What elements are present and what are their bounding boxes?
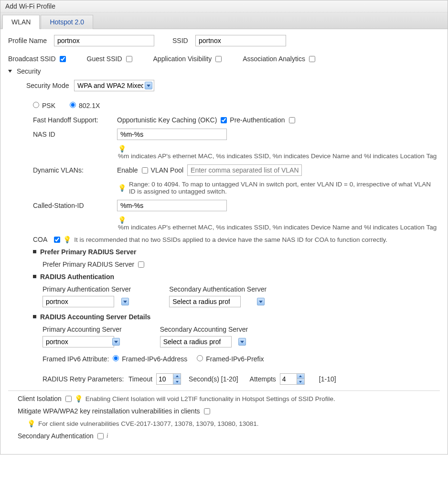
primary-acct-label: Primary Accounting Server (43, 325, 122, 333)
coa-checkbox[interactable] (54, 237, 60, 243)
secondary-acct-select[interactable]: Select a radius profile (160, 336, 232, 347)
square-bullet-icon (33, 250, 36, 253)
vlan-hint: Range: 0 to 4094. To map to untagged VLA… (129, 181, 435, 195)
wifi-profile-dialog: Add Wi-Fi Profile WLAN Hotspot 2.0 Profi… (0, 0, 448, 455)
timeout-input[interactable] (157, 374, 173, 384)
framed-prefix-wrap[interactable]: Framed-IPv6-Prefix (197, 355, 264, 363)
retry-label: RADIUS Retry Parameters: (43, 375, 125, 383)
coa-label: COA (33, 236, 47, 243)
ssid-label: SSID (172, 37, 192, 44)
framed-prefix-radio[interactable] (197, 355, 203, 361)
timeout-label: Timeout (128, 375, 152, 383)
bulb-icon: 💡 (63, 236, 71, 243)
assoc-analytics-label: Association Analytics (243, 55, 305, 63)
secondary-auth-select[interactable]: Select a radius profile (169, 296, 241, 307)
app-visibility-label: Application Visibility (153, 55, 212, 63)
security-mode-select[interactable]: WPA and WPA2 Mixed mode (74, 80, 154, 91)
spin-up-icon[interactable] (173, 374, 181, 379)
tab-hotspot[interactable]: Hotspot 2.0 (41, 15, 93, 29)
broadcast-ssid-checkbox[interactable] (60, 56, 66, 62)
okc-label: Opportunistic Key Caching (OKC) (117, 116, 217, 124)
timeout-hint: Second(s) [1-20] (189, 375, 238, 383)
okc-checkbox[interactable] (221, 117, 227, 123)
profile-name-input[interactable] (54, 35, 154, 46)
info-icon[interactable]: i (107, 432, 108, 440)
radius-acct-header: RADIUS Accounting Server Details (40, 313, 150, 321)
mitigate-hint: For client side vulnerabilities CVE-2017… (38, 420, 259, 427)
called-station-label: Called-Station-ID (33, 202, 113, 209)
ssid-input[interactable] (195, 35, 286, 46)
radius-auth-header: RADIUS Authentication (40, 273, 114, 281)
nas-id-label: NAS ID (33, 130, 113, 138)
secondary-auth-label: Secondary Authentication (18, 432, 94, 440)
client-isolation-hint: Enabling Client Isolation will void L2TI… (85, 395, 335, 402)
primary-acct-select[interactable]: portnox (43, 336, 114, 347)
square-bullet-icon (33, 315, 36, 318)
prefer-primary-header: Prefer Primary RADIUS Server (40, 248, 137, 256)
broadcast-ssid-label: Broadcast SSID (8, 55, 56, 63)
vlan-pool-input[interactable] (187, 164, 302, 176)
square-bullet-icon (33, 275, 36, 278)
bulb-icon: 💡 (118, 145, 126, 152)
assoc-analytics-checkbox[interactable] (309, 56, 315, 62)
fast-handoff-label: Fast Handoff Support: (33, 116, 113, 124)
spin-down-icon[interactable] (173, 379, 181, 384)
enable-label: Enable (117, 166, 138, 174)
framed-addr-radio[interactable] (113, 355, 119, 361)
dialog-title: Add Wi-Fi Profile (0, 0, 448, 12)
spin-up-icon[interactable] (297, 374, 304, 379)
psk-radio[interactable] (33, 102, 39, 108)
bulb-icon: 💡 (27, 420, 35, 427)
prefer-primary-label: Prefer Primary RADIUS Server (43, 260, 134, 268)
mitigate-label: Mitigate WPA/WPA2 key reinstallation vul… (18, 407, 200, 415)
dyn-vlans-checkbox[interactable] (142, 167, 148, 174)
content-area: Profile Name SSID Broadcast SSID Guest S… (0, 29, 448, 454)
primary-auth-select[interactable]: portnox (43, 296, 114, 307)
vlan-pool-label: VLAN Pool (151, 166, 183, 174)
secondary-auth-label: Secondary Authentication Server (169, 285, 267, 293)
secondary-acct-label: Secondary Accounting Server (160, 325, 248, 333)
security-header: Security (17, 67, 41, 75)
coa-hint: It is recommended that no two SSIDs appl… (74, 236, 387, 243)
timeout-spinner[interactable] (156, 373, 181, 385)
profile-name-label: Profile Name (8, 37, 50, 44)
dot1x-radio[interactable] (70, 102, 76, 108)
dyn-vlans-label: Dynamic VLANs: (33, 166, 113, 174)
app-visibility-checkbox[interactable] (215, 56, 222, 62)
guest-ssid-checkbox[interactable] (126, 56, 132, 62)
nas-id-input[interactable] (117, 129, 227, 140)
security-mode-label: Security Mode (26, 82, 70, 89)
bulb-icon: 💡 (118, 216, 126, 224)
called-hint: %m indicates AP's ethernet MAC, %s indic… (118, 224, 437, 231)
primary-auth-label: Primary Authentication Server (43, 285, 131, 293)
attempts-input[interactable] (280, 374, 297, 384)
client-isolation-label: Client Isolation (18, 395, 62, 402)
bulb-icon: 💡 (118, 184, 126, 192)
framed-addr-wrap[interactable]: Framed-IPv6-Address (113, 355, 187, 363)
dot1x-radio-wrap[interactable]: 802.1X (70, 102, 100, 109)
mitigate-checkbox[interactable] (204, 408, 210, 414)
tab-wlan[interactable]: WLAN (2, 15, 40, 29)
guest-ssid-label: Guest SSID (87, 55, 122, 63)
preauth-checkbox[interactable] (289, 117, 295, 123)
caret-down-icon[interactable] (8, 70, 12, 73)
attempts-label: Attempts (250, 375, 276, 383)
preauth-label: Pre-Authentication (230, 116, 285, 124)
attempts-spinner[interactable] (280, 373, 305, 385)
spin-down-icon[interactable] (297, 379, 304, 384)
called-station-input[interactable] (117, 200, 227, 211)
bulb-icon: 💡 (75, 395, 83, 402)
framed-label: Framed IPv6 Attribute: (43, 355, 109, 363)
divider (8, 391, 440, 391)
client-isolation-checkbox[interactable] (65, 396, 72, 402)
psk-radio-wrap[interactable]: PSK (33, 102, 55, 109)
prefer-primary-checkbox[interactable] (138, 261, 144, 268)
attempts-hint: [1-10] (319, 375, 336, 383)
nas-hint: %m indicates AP's ethernet MAC, %s indic… (118, 152, 437, 160)
secondary-auth-checkbox[interactable] (97, 433, 104, 439)
tab-bar: WLAN Hotspot 2.0 (0, 12, 448, 29)
